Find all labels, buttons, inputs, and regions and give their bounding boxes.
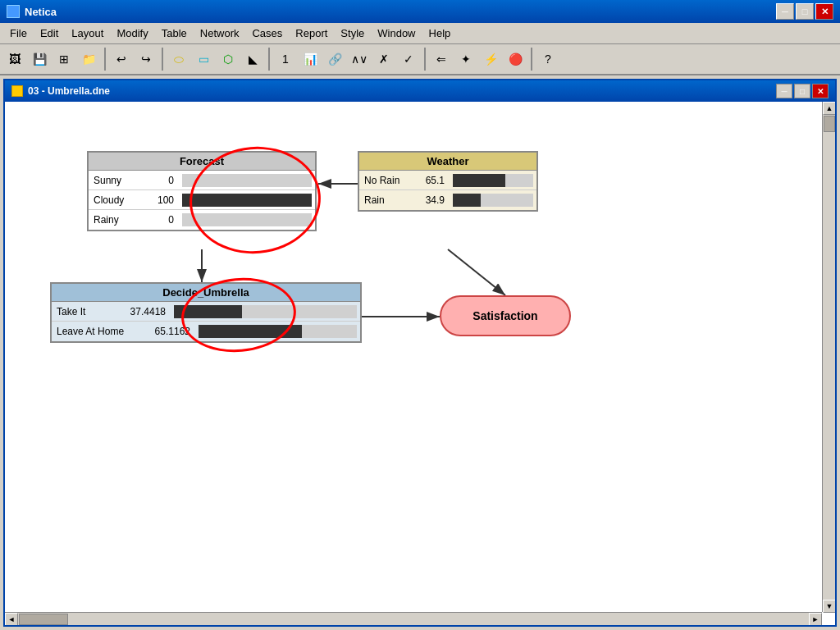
forecast-bar-rainy: [182, 213, 312, 226]
app-icon: [7, 5, 20, 18]
close-button[interactable]: ✕: [815, 3, 833, 20]
scroll-thumb-h[interactable]: [19, 614, 68, 625]
menu-cases[interactable]: Cases: [245, 25, 289, 41]
menu-layout[interactable]: Layout: [65, 25, 110, 41]
scroll-right-btn[interactable]: ►: [809, 613, 822, 626]
forecast-label-sunny: Sunny: [89, 175, 146, 186]
forecast-node[interactable]: Forecast Sunny 0 Cloudy 100: [87, 151, 317, 231]
weather-value-norain: 65.1: [417, 175, 450, 186]
scroll-thumb-v[interactable]: [824, 116, 835, 132]
weather-node[interactable]: Weather No Rain 65.1 Rain 34.9: [358, 151, 538, 212]
toolbar-link-btn[interactable]: 🔗: [323, 48, 346, 71]
weather-bar-norain: [453, 174, 533, 187]
satisfaction-label: Satisfaction: [472, 309, 537, 322]
forecast-bar-sunny: [182, 174, 312, 187]
weather-value-rain: 34.9: [417, 194, 450, 206]
forecast-value-rainy: 0: [146, 214, 179, 226]
toolbar-oval-btn[interactable]: ⬭: [167, 48, 190, 71]
doc-icon: [11, 85, 23, 97]
menu-file[interactable]: File: [3, 25, 34, 41]
decide-row-takeit: Take It 37.4418: [52, 302, 360, 322]
toolbar-rect-btn[interactable]: ▭: [192, 48, 215, 71]
forecast-bar-cloudy: [182, 194, 312, 207]
menu-style[interactable]: Style: [334, 25, 371, 41]
toolbar-undo-btn[interactable]: ↩: [110, 48, 133, 71]
doc-restore-btn[interactable]: □: [794, 84, 810, 98]
satisfaction-shape: Satisfaction: [440, 295, 571, 336]
toolbar-chart-btn[interactable]: 📊: [299, 48, 322, 71]
decide-header: Decide_Umbrella: [52, 284, 360, 302]
toolbar-star-btn[interactable]: ✦: [454, 48, 477, 71]
svg-line-5: [448, 249, 505, 295]
scroll-down-btn[interactable]: ▼: [823, 600, 835, 613]
forecast-row-cloudy: Cloudy 100: [89, 190, 315, 210]
decide-bar-leavehome: [199, 325, 357, 338]
menu-window[interactable]: Window: [371, 25, 422, 41]
network-canvas: Forecast Sunny 0 Cloudy 100: [5, 102, 822, 612]
decide-value-takeit: 37.4418: [109, 306, 171, 317]
weather-row-norain: No Rain 65.1: [359, 171, 536, 190]
doc-minimize-btn[interactable]: ─: [776, 84, 792, 98]
toolbar-folder-btn[interactable]: 📁: [77, 48, 100, 71]
decide-bar-takeit: [174, 305, 357, 318]
forecast-row-rainy: Rainy 0: [89, 210, 315, 230]
doc-title: 03 - Umbrella.dne: [28, 85, 110, 97]
scroll-track-h: [18, 613, 809, 625]
menu-report[interactable]: Report: [289, 25, 334, 41]
forecast-label-rainy: Rainy: [89, 214, 146, 226]
scrollbar-horizontal[interactable]: ◄ ►: [5, 612, 822, 625]
toolbar-save-btn[interactable]: 💾: [28, 48, 51, 71]
doc-title-bar: 03 - Umbrella.dne ─ □ ✕: [5, 80, 835, 102]
toolbar-redo-btn[interactable]: ↪: [135, 48, 158, 71]
restore-button[interactable]: □: [796, 3, 814, 20]
menu-edit[interactable]: Edit: [34, 25, 65, 41]
toolbar-sep-4: [424, 48, 426, 71]
menu-help[interactable]: Help: [422, 25, 458, 41]
toolbar-cross-btn[interactable]: ✗: [372, 48, 395, 71]
toolbar-lightning-btn[interactable]: ⚡: [479, 48, 502, 71]
toolbar-sep-2: [162, 48, 163, 71]
weather-bar-rain: [453, 194, 533, 207]
forecast-header: Forecast: [89, 153, 315, 171]
forecast-label-cloudy: Cloudy: [89, 194, 146, 206]
toolbar-red-btn[interactable]: 🔴: [504, 48, 527, 71]
toolbar-grid-btn[interactable]: ⊞: [52, 48, 75, 71]
toolbar-1-btn[interactable]: 1: [274, 48, 297, 71]
decide-label-leavehome: Leave At Home: [52, 326, 134, 337]
toolbar-open-btn[interactable]: 🖼: [3, 48, 26, 71]
menu-network[interactable]: Network: [194, 25, 246, 41]
toolbar-arrow2-btn[interactable]: ⇐: [430, 48, 453, 71]
weather-label-norain: No Rain: [359, 175, 417, 186]
weather-label-rain: Rain: [359, 194, 417, 206]
doc-content: Forecast Sunny 0 Cloudy 100: [5, 102, 835, 625]
toolbar-sep-3: [268, 48, 270, 71]
toolbar-help-btn[interactable]: ?: [536, 48, 559, 71]
toolbar-check2-btn[interactable]: ✓: [397, 48, 420, 71]
toolbar-sep-5: [531, 48, 532, 71]
scroll-left-btn[interactable]: ◄: [5, 613, 18, 626]
forecast-row-sunny: Sunny 0: [89, 171, 315, 190]
main-area: 03 - Umbrella.dne ─ □ ✕: [0, 75, 840, 630]
decide-value-leavehome: 65.1162: [134, 326, 195, 337]
window-controls: ─ □ ✕: [776, 3, 833, 20]
scroll-up-btn[interactable]: ▲: [823, 102, 835, 115]
network-canvas-area: Forecast Sunny 0 Cloudy 100: [5, 102, 822, 612]
scrollbar-vertical[interactable]: ▲ ▼: [822, 102, 835, 612]
toolbar: 🖼 💾 ⊞ 📁 ↩ ↪ ⬭ ▭ ⬡ ◣ 1 📊 🔗 ∧∨ ✗ ✓ ⇐ ✦ ⚡ 🔴…: [0, 44, 840, 75]
forecast-value-cloudy: 100: [146, 194, 179, 206]
decide-node[interactable]: Decide_Umbrella Take It 37.4418 Leave At…: [50, 282, 362, 343]
satisfaction-node[interactable]: Satisfaction: [440, 295, 571, 336]
toolbar-check1-btn[interactable]: ∧∨: [348, 48, 371, 71]
weather-header: Weather: [359, 153, 536, 171]
toolbar-arrow-btn[interactable]: ◣: [241, 48, 264, 71]
menu-table[interactable]: Table: [155, 25, 194, 41]
decide-label-takeit: Take It: [52, 306, 109, 317]
forecast-value-sunny: 0: [146, 175, 179, 186]
menu-modify[interactable]: Modify: [110, 25, 154, 41]
weather-row-rain: Rain 34.9: [359, 190, 536, 210]
minimize-button[interactable]: ─: [776, 3, 794, 20]
doc-close-btn[interactable]: ✕: [812, 84, 829, 98]
title-bar: Netica ─ □ ✕: [0, 0, 840, 23]
menu-bar: File Edit Layout Modify Table Network Ca…: [0, 23, 840, 44]
toolbar-hexagon-btn[interactable]: ⬡: [217, 48, 240, 71]
